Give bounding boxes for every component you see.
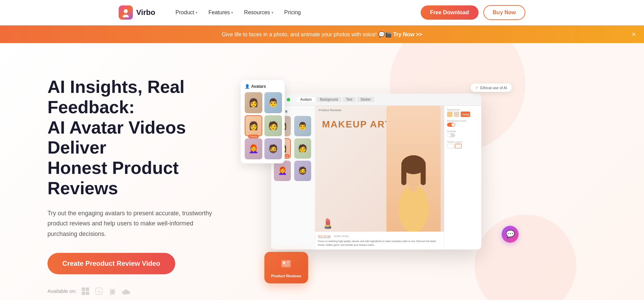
buy-now-button[interactable]: Buy Now [483, 5, 525, 20]
svg-point-9 [110, 291, 112, 292]
product-chevron-icon: ▾ [196, 11, 198, 15]
prop-subtitles: Subtitles [447, 130, 479, 138]
product-reviews-badge: Product Reviews [264, 252, 308, 283]
logo-text: Virbo [136, 8, 155, 17]
prop-bg-mode: Background Mode [447, 120, 479, 127]
svg-point-1 [123, 15, 129, 17]
editor-topbar: Avatars Background Text Sticker [271, 94, 481, 106]
logo-area[interactable]: Virbo [119, 5, 155, 20]
script-text-content: Focus on selecting high-quality, natural… [318, 240, 441, 247]
fanny-label: Fanny [248, 135, 259, 138]
svg-point-14 [114, 288, 115, 289]
tab-text[interactable]: Text [343, 97, 356, 102]
hero-heading: AI Insights, Real Feedback: AI Avatar Vi… [47, 77, 217, 199]
svg-point-8 [110, 289, 115, 294]
svg-text:os: os [97, 290, 101, 294]
nav-actions: Free Download Buy Now [421, 5, 525, 20]
floating-avatars-panel: 👤 Avatars 👩 👨 👩 Fanny 🧑 👩‍🦰 🧔 [241, 80, 285, 163]
canvas-title: Product Reviews [319, 108, 342, 112]
chat-support-bubble[interactable]: 💬 [502, 226, 519, 243]
bg-color-2[interactable] [454, 112, 459, 117]
navbar: Virbo Product ▾ Features ▾ Resources ▾ P… [0, 0, 644, 25]
nav-features[interactable]: Features ▾ [208, 9, 233, 16]
float-avatar-5[interactable]: 👩‍🦰 [245, 138, 262, 159]
bg-color-1[interactable] [447, 112, 452, 117]
hero-subtext: Try out the engaging avatars to present … [47, 208, 217, 239]
svg-point-13 [110, 288, 111, 289]
nav-product[interactable]: Product ▾ [176, 9, 198, 16]
svg-rect-28 [287, 261, 289, 262]
float-avatar-4[interactable]: 🧑 [264, 115, 282, 136]
ethical-icon: ✓ [475, 85, 478, 90]
canvas-brush-icon: 💄 [322, 218, 334, 229]
editor-body: Avatars 👩 👨 👩 Fanny 🧑 👩‍🦰 🧔 [271, 106, 481, 249]
subtitles-toggle[interactable] [447, 133, 455, 137]
svg-rect-15 [110, 294, 112, 295]
editor-window: Avatars Background Text Sticker Avatars … [271, 94, 481, 249]
banner-text: Give life to faces in a photo, and anima… [222, 31, 422, 38]
bg-mode-toggle[interactable] [447, 123, 455, 127]
svg-rect-23 [421, 165, 426, 185]
cloud-icon [121, 286, 131, 296]
tab-sticker[interactable]: Sticker [357, 97, 374, 102]
svg-rect-16 [114, 294, 115, 295]
script-tabs: Text Script Audio Script [318, 235, 441, 238]
logo-icon [119, 5, 133, 20]
tab-text-script[interactable]: Text Script [318, 235, 330, 238]
product-reviews-icon [280, 257, 292, 272]
svg-rect-2 [82, 287, 85, 291]
avatar-thumb-2[interactable]: 👨 [294, 116, 311, 136]
svg-rect-5 [86, 292, 89, 295]
editor-tabs: Avatars Background Text Sticker [297, 97, 376, 102]
tab-background[interactable]: Background [317, 97, 341, 102]
windows-icon [81, 286, 90, 296]
avatar-model-display [386, 106, 441, 249]
dot-green [287, 98, 290, 101]
ios-icon: os [94, 286, 104, 296]
canvas-area: Product Reviews Avatars Background Text … [315, 106, 444, 249]
free-download-button[interactable]: Free Download [421, 5, 479, 20]
layout-1[interactable] [447, 144, 454, 148]
svg-rect-26 [281, 260, 291, 267]
avatar-thumb-6[interactable]: 🧔 [294, 161, 311, 181]
nav-pricing[interactable]: Pricing [284, 9, 301, 16]
hero-right-mockup: ✓ Ethical use of AI Avatars Background T… [237, 43, 644, 300]
svg-rect-27 [283, 261, 285, 264]
svg-point-19 [124, 289, 128, 293]
hero-left-content: AI Insights, Real Feedback: AI Avatar Vi… [0, 43, 237, 300]
product-reviews-label: Product Reviews [271, 274, 301, 278]
svg-rect-22 [401, 165, 406, 185]
prop-picture-layout: Picture Layout [447, 141, 479, 148]
bg-change-btn[interactable]: Change [461, 112, 470, 117]
layout-2[interactable] [455, 144, 462, 148]
chat-icon: 💬 [506, 230, 515, 239]
banner-try-now-link[interactable]: Try Now >> [393, 32, 422, 37]
float-avatar-1[interactable]: 👩 [245, 92, 262, 113]
svg-rect-4 [82, 292, 85, 295]
create-review-video-button[interactable]: Create Preoduct Review Video [47, 253, 175, 274]
tab-avatars[interactable]: Avatars [297, 97, 315, 102]
svg-rect-3 [86, 287, 89, 291]
android-icon [108, 286, 117, 296]
svg-rect-29 [287, 263, 289, 263]
avatar-icon: 👤 [245, 84, 250, 89]
floating-panel-title: 👤 Avatars [245, 84, 281, 89]
svg-rect-25 [410, 184, 417, 191]
tab-audio-script[interactable]: Audio Script [334, 235, 348, 238]
hero-section: AI Insights, Real Feedback: AI Avatar Vi… [0, 43, 644, 300]
banner-close-button[interactable]: × [632, 31, 636, 38]
avatar-thumb-5[interactable]: 👩‍🦰 [274, 161, 291, 181]
nav-resources[interactable]: Resources ▾ [244, 9, 273, 16]
svg-point-0 [124, 9, 128, 13]
promo-banner: Give life to faces in a photo, and anima… [0, 25, 644, 43]
svg-point-24 [398, 185, 429, 233]
float-avatar-6[interactable]: 🧔 [264, 138, 282, 159]
mockup-container: ✓ Ethical use of AI Avatars Background T… [244, 80, 498, 283]
float-avatar-2[interactable]: 👨 [264, 92, 282, 113]
float-avatar-3[interactable]: 👩 Fanny [245, 115, 262, 136]
features-chevron-icon: ▾ [231, 11, 233, 15]
resources-chevron-icon: ▾ [271, 11, 274, 15]
float-avatar-grid: 👩 👨 👩 Fanny 🧑 👩‍🦰 🧔 [245, 92, 281, 159]
avatar-thumb-4[interactable]: 🧑 [294, 138, 311, 159]
svg-point-10 [113, 291, 114, 292]
